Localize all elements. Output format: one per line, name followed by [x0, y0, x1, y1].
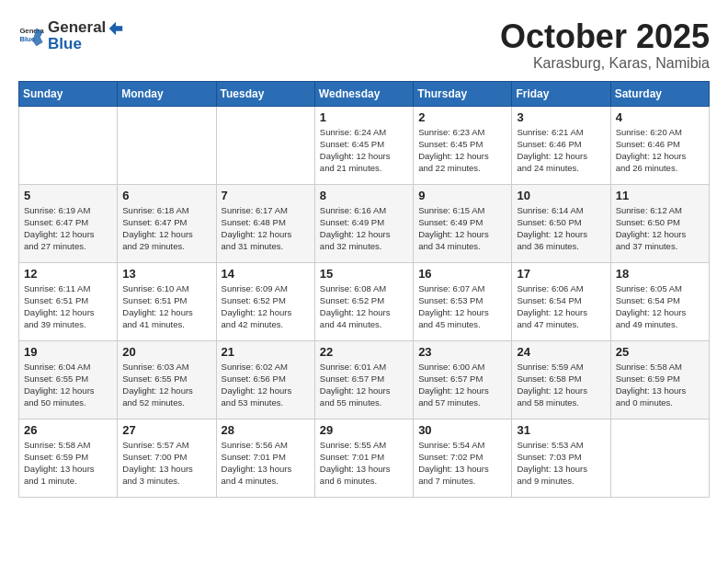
day-number: 29 — [320, 423, 408, 437]
day-number: 11 — [616, 189, 704, 202]
day-info: Sunrise: 5:58 AM Sunset: 6:59 PM Dayligh… — [616, 361, 704, 409]
calendar-cell — [216, 106, 314, 184]
calendar-cell: 3Sunrise: 6:21 AM Sunset: 6:46 PM Daylig… — [512, 106, 610, 184]
location-title: Karasburg, Karas, Namibia — [500, 55, 710, 72]
day-info: Sunrise: 6:04 AM Sunset: 6:55 PM Dayligh… — [24, 361, 112, 409]
calendar-cell: 17Sunrise: 6:06 AM Sunset: 6:54 PM Dayli… — [512, 262, 610, 340]
calendar-cell: 18Sunrise: 6:05 AM Sunset: 6:54 PM Dayli… — [610, 262, 709, 340]
calendar-cell: 13Sunrise: 6:10 AM Sunset: 6:51 PM Dayli… — [118, 262, 216, 340]
calendar-cell: 19Sunrise: 6:04 AM Sunset: 6:55 PM Dayli… — [19, 340, 118, 419]
day-number: 16 — [418, 267, 506, 281]
logo-blue: Blue — [48, 35, 124, 53]
day-number: 10 — [517, 189, 605, 202]
weekday-header: Wednesday — [314, 81, 413, 106]
day-info: Sunrise: 5:58 AM Sunset: 6:59 PM Dayligh… — [24, 439, 112, 488]
day-info: Sunrise: 6:07 AM Sunset: 6:53 PM Dayligh… — [418, 282, 506, 331]
day-number: 18 — [616, 267, 704, 281]
calendar-cell: 7Sunrise: 6:17 AM Sunset: 6:48 PM Daylig… — [216, 184, 314, 262]
calendar-cell: 1Sunrise: 6:24 AM Sunset: 6:45 PM Daylig… — [314, 106, 413, 184]
calendar-cell: 11Sunrise: 6:12 AM Sunset: 6:50 PM Dayli… — [610, 184, 709, 262]
day-info: Sunrise: 6:05 AM Sunset: 6:54 PM Dayligh… — [616, 282, 704, 331]
day-info: Sunrise: 6:01 AM Sunset: 6:57 PM Dayligh… — [320, 361, 408, 409]
day-number: 22 — [320, 345, 408, 359]
day-info: Sunrise: 6:00 AM Sunset: 6:57 PM Dayligh… — [418, 361, 506, 409]
calendar-cell: 31Sunrise: 5:53 AM Sunset: 7:03 PM Dayli… — [512, 419, 610, 497]
calendar-cell — [118, 106, 216, 184]
day-info: Sunrise: 6:12 AM Sunset: 6:50 PM Dayligh… — [616, 204, 704, 253]
day-number: 2 — [418, 110, 506, 124]
day-info: Sunrise: 6:21 AM Sunset: 6:46 PM Dayligh… — [517, 126, 605, 175]
weekday-header: Friday — [512, 81, 610, 106]
day-info: Sunrise: 5:59 AM Sunset: 6:58 PM Dayligh… — [517, 361, 605, 409]
day-number: 9 — [418, 189, 506, 202]
day-info: Sunrise: 6:02 AM Sunset: 6:56 PM Dayligh… — [222, 361, 310, 409]
day-info: Sunrise: 6:03 AM Sunset: 6:55 PM Dayligh… — [122, 361, 210, 409]
calendar-cell: 26Sunrise: 5:58 AM Sunset: 6:59 PM Dayli… — [19, 419, 118, 497]
calendar-cell: 15Sunrise: 6:08 AM Sunset: 6:52 PM Dayli… — [314, 262, 413, 340]
page-header: General Blue General Blue October 2025 K… — [18, 18, 710, 72]
calendar-cell: 16Sunrise: 6:07 AM Sunset: 6:53 PM Dayli… — [414, 262, 512, 340]
calendar-table: SundayMondayTuesdayWednesdayThursdayFrid… — [18, 81, 710, 498]
calendar-week-row: 5Sunrise: 6:19 AM Sunset: 6:47 PM Daylig… — [19, 184, 710, 262]
day-info: Sunrise: 5:55 AM Sunset: 7:01 PM Dayligh… — [320, 439, 408, 488]
day-number: 1 — [320, 110, 408, 124]
day-number: 20 — [122, 345, 210, 359]
calendar-cell: 27Sunrise: 5:57 AM Sunset: 7:00 PM Dayli… — [118, 419, 216, 497]
day-number: 30 — [418, 423, 506, 437]
calendar-cell: 9Sunrise: 6:15 AM Sunset: 6:49 PM Daylig… — [414, 184, 512, 262]
calendar-header-row: SundayMondayTuesdayWednesdayThursdayFrid… — [19, 81, 710, 106]
day-number: 26 — [24, 423, 112, 437]
calendar-cell: 29Sunrise: 5:55 AM Sunset: 7:01 PM Dayli… — [314, 419, 413, 497]
day-info: Sunrise: 6:06 AM Sunset: 6:54 PM Dayligh… — [517, 282, 605, 331]
calendar-cell: 21Sunrise: 6:02 AM Sunset: 6:56 PM Dayli… — [216, 340, 314, 419]
weekday-header: Thursday — [414, 81, 512, 106]
calendar-cell: 14Sunrise: 6:09 AM Sunset: 6:52 PM Dayli… — [216, 262, 314, 340]
logo-general: General — [48, 18, 106, 37]
day-info: Sunrise: 6:08 AM Sunset: 6:52 PM Dayligh… — [320, 282, 408, 331]
calendar-cell: 24Sunrise: 5:59 AM Sunset: 6:58 PM Dayli… — [512, 340, 610, 419]
logo-icon: General Blue — [18, 23, 44, 49]
day-number: 23 — [418, 345, 506, 359]
day-info: Sunrise: 6:14 AM Sunset: 6:50 PM Dayligh… — [517, 204, 605, 253]
day-info: Sunrise: 6:17 AM Sunset: 6:48 PM Dayligh… — [222, 204, 310, 253]
calendar-week-row: 1Sunrise: 6:24 AM Sunset: 6:45 PM Daylig… — [19, 106, 710, 184]
weekday-header: Sunday — [19, 81, 118, 106]
logo-arrow-icon — [108, 20, 124, 37]
day-info: Sunrise: 5:53 AM Sunset: 7:03 PM Dayligh… — [517, 439, 605, 488]
day-number: 17 — [517, 267, 605, 281]
calendar-cell: 23Sunrise: 6:00 AM Sunset: 6:57 PM Dayli… — [414, 340, 512, 419]
calendar-cell: 28Sunrise: 5:56 AM Sunset: 7:01 PM Dayli… — [216, 419, 314, 497]
month-title: October 2025 — [500, 18, 710, 55]
weekday-header: Monday — [118, 81, 216, 106]
day-number: 12 — [24, 267, 112, 281]
day-number: 25 — [616, 345, 704, 359]
logo: General Blue General Blue — [18, 18, 124, 53]
day-info: Sunrise: 6:09 AM Sunset: 6:52 PM Dayligh… — [222, 282, 310, 331]
weekday-header: Saturday — [610, 81, 709, 106]
day-info: Sunrise: 5:57 AM Sunset: 7:00 PM Dayligh… — [122, 439, 210, 488]
calendar-cell: 6Sunrise: 6:18 AM Sunset: 6:47 PM Daylig… — [118, 184, 216, 262]
calendar-cell: 4Sunrise: 6:20 AM Sunset: 6:46 PM Daylig… — [610, 106, 709, 184]
day-info: Sunrise: 6:19 AM Sunset: 6:47 PM Dayligh… — [24, 204, 112, 253]
day-info: Sunrise: 6:15 AM Sunset: 6:49 PM Dayligh… — [418, 204, 506, 253]
calendar-week-row: 12Sunrise: 6:11 AM Sunset: 6:51 PM Dayli… — [19, 262, 710, 340]
calendar-cell: 22Sunrise: 6:01 AM Sunset: 6:57 PM Dayli… — [314, 340, 413, 419]
day-number: 21 — [222, 345, 310, 359]
calendar-cell: 5Sunrise: 6:19 AM Sunset: 6:47 PM Daylig… — [19, 184, 118, 262]
day-number: 6 — [122, 189, 210, 202]
calendar-cell: 8Sunrise: 6:16 AM Sunset: 6:49 PM Daylig… — [314, 184, 413, 262]
svg-marker-2 — [109, 22, 122, 35]
day-info: Sunrise: 6:16 AM Sunset: 6:49 PM Dayligh… — [320, 204, 408, 253]
calendar-cell: 30Sunrise: 5:54 AM Sunset: 7:02 PM Dayli… — [414, 419, 512, 497]
day-info: Sunrise: 6:23 AM Sunset: 6:45 PM Dayligh… — [418, 126, 506, 175]
calendar-week-row: 26Sunrise: 5:58 AM Sunset: 6:59 PM Dayli… — [19, 419, 710, 497]
day-number: 19 — [24, 345, 112, 359]
calendar-cell: 12Sunrise: 6:11 AM Sunset: 6:51 PM Dayli… — [19, 262, 118, 340]
calendar-cell — [610, 419, 709, 497]
calendar-cell: 2Sunrise: 6:23 AM Sunset: 6:45 PM Daylig… — [414, 106, 512, 184]
day-info: Sunrise: 6:20 AM Sunset: 6:46 PM Dayligh… — [616, 126, 704, 175]
day-info: Sunrise: 5:56 AM Sunset: 7:01 PM Dayligh… — [222, 439, 310, 488]
calendar-week-row: 19Sunrise: 6:04 AM Sunset: 6:55 PM Dayli… — [19, 340, 710, 419]
weekday-header: Tuesday — [216, 81, 314, 106]
day-number: 27 — [122, 423, 210, 437]
